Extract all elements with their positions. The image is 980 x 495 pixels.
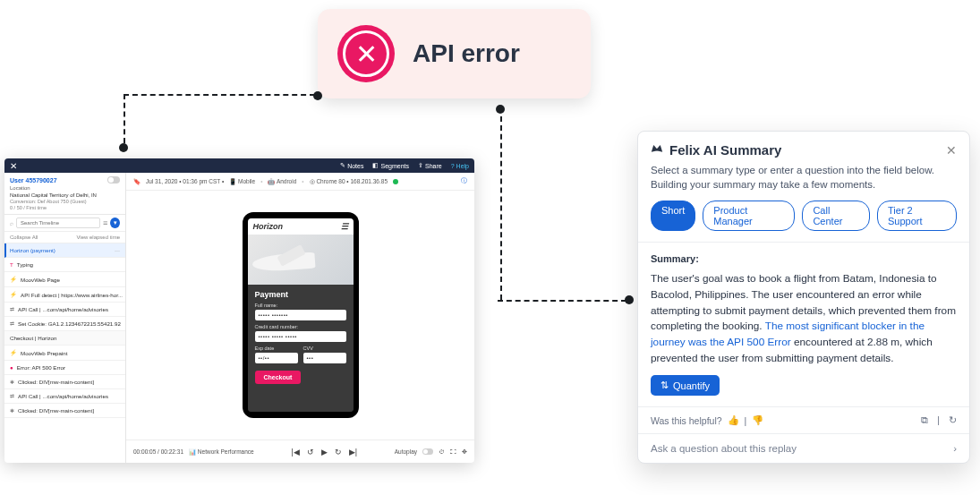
forward-icon[interactable]: ↻: [335, 448, 342, 457]
close-icon[interactable]: ✕: [946, 143, 957, 158]
exp-label: Exp date: [255, 346, 298, 351]
connector-line: [500, 107, 502, 300]
autoplay-label: Autoplay: [395, 448, 417, 455]
summary-label: Summary:: [651, 253, 957, 264]
info-icon[interactable]: ⓘ: [461, 177, 467, 185]
user-id[interactable]: User 455790027: [10, 177, 57, 183]
thumbs-down-icon[interactable]: 👎: [752, 414, 763, 426]
connector-line: [124, 94, 315, 96]
timeline-item[interactable]: ✱ Clicked: DIV[mw-main-content]: [4, 404, 125, 418]
felix-title: Felix AI Summary: [651, 142, 781, 158]
connector-line: [498, 300, 626, 302]
helpful-label: Was this helpful?: [651, 415, 722, 426]
filter-button[interactable]: ▾: [110, 218, 120, 228]
ask-placeholder: Ask a question about this replay: [651, 443, 797, 454]
conversion-label: Conversion: Def About 750 (Guest): [10, 199, 120, 204]
search-input[interactable]: [16, 218, 100, 228]
quantify-icon: ⇅: [660, 380, 669, 391]
brand-name: Horizon: [253, 222, 284, 231]
fullscreen-icon[interactable]: ⛶: [450, 448, 456, 455]
session-meta: 🔖 Jul 31, 2020 • 01:36 pm CST • 📱 Mobile…: [126, 173, 474, 191]
collapse-all[interactable]: Collapse All: [10, 235, 38, 240]
location-value: National Capital Territory of Delhi, IN: [10, 192, 120, 198]
skip-back-icon[interactable]: |◀: [291, 448, 299, 457]
api-error-badge: ✕ API error: [318, 9, 591, 98]
connector-dot: [119, 143, 128, 152]
bookmark-icon[interactable]: 🔖: [133, 178, 141, 185]
search-icon: ⌕: [10, 220, 13, 226]
timeline-item[interactable]: ⚡ API Full detect | https://www.airlines…: [4, 287, 125, 303]
network-tab[interactable]: 📊 Network Performance: [189, 448, 254, 456]
exp-field[interactable]: ••/••: [255, 353, 298, 363]
phone-mockup: Horizon ☰ Payment Full name: ••••• •••••…: [243, 212, 359, 418]
felix-chips: Short Product Manager Call Center Tier 2…: [638, 201, 969, 243]
timeline-item[interactable]: ⇄ API Call | ...com/api/home/advisories: [4, 389, 125, 404]
conversion-value: 0 / 50 / First time: [10, 205, 120, 210]
felix-icon: [651, 145, 663, 156]
refresh-icon[interactable]: ↻: [949, 414, 957, 426]
timeline-item[interactable]: ● Error: API 500 Error: [4, 361, 125, 375]
payment-title: Payment: [255, 290, 346, 299]
summary-text: The user's goal was to book a flight fro…: [651, 271, 957, 366]
chip-callcenter[interactable]: Call Center: [802, 201, 870, 231]
thumbs-up-icon[interactable]: 👍: [728, 414, 739, 426]
connector-dot: [625, 295, 634, 304]
cvv-field[interactable]: •••: [303, 353, 346, 363]
view-elapsed[interactable]: View elapsed time: [76, 235, 120, 240]
felix-instructions: Select a summary type or enter a questio…: [638, 163, 969, 201]
settings-icon[interactable]: ≡: [103, 218, 107, 227]
timeline-item[interactable]: ⇄ API Call | ...com/api/home/advisories: [4, 303, 125, 317]
help-button[interactable]: ? Help: [451, 162, 469, 169]
playback-time: 00:00:05 / 00:22:31: [133, 448, 183, 455]
notes-button[interactable]: ✎ Notes: [340, 162, 363, 169]
user-info: User 455790027 Location National Capital…: [4, 173, 125, 215]
connector-line: [124, 94, 125, 143]
chevron-right-icon: ›: [953, 443, 957, 454]
copy-icon[interactable]: ⧉: [921, 414, 928, 426]
skip-forward-icon[interactable]: ▶|: [349, 448, 357, 457]
timeline-item[interactable]: ⚡ MoovWeb Prepaint: [4, 346, 125, 361]
more-icon[interactable]: ✥: [462, 448, 467, 456]
timeline-item[interactable]: Checkout | Horizon: [4, 331, 125, 346]
app-header: Horizon ☰: [248, 218, 354, 235]
cvv-label: CVV: [303, 346, 346, 351]
replay-topbar: ✕ ✎ Notes ◧ Segments ⇪ Share ? Help: [4, 158, 474, 173]
timeline: Horizon (payment)⋯ T Typing ⚡ MoovWeb Pa…: [4, 243, 125, 463]
replay-sidebar: User 455790027 Location National Capital…: [4, 173, 126, 463]
speed-control[interactable]: ⏱: [439, 448, 445, 455]
segments-button[interactable]: ◧ Segments: [372, 162, 409, 169]
checkout-button[interactable]: Checkout: [255, 371, 302, 384]
chip-short[interactable]: Short: [651, 201, 695, 231]
share-button[interactable]: ⇪ Share: [418, 162, 442, 169]
timeline-item[interactable]: ⚡ MoovWeb Page: [4, 272, 125, 287]
timeline-item[interactable]: T Typing: [4, 258, 125, 272]
timeline-item[interactable]: ✱ Clicked: DIV[mw-main-content]: [4, 375, 125, 389]
hero-image: [248, 235, 354, 285]
player-bar: 00:00:05 / 00:22:31 📊 Network Performanc…: [126, 440, 474, 463]
full-name-field[interactable]: ••••• •••••••: [255, 310, 346, 320]
autoplay-toggle[interactable]: [422, 448, 433, 455]
status-dot: [393, 179, 398, 184]
timeline-item[interactable]: ⇄ Set Cookie: GA1.2.1234672215.55421.92: [4, 317, 125, 331]
session-replay-window: ✕ ✎ Notes ◧ Segments ⇪ Share ? Help User…: [4, 158, 474, 463]
hamburger-icon[interactable]: ☰: [341, 222, 348, 231]
timeline-item[interactable]: Horizon (payment)⋯: [4, 243, 125, 258]
location-label: Location: [10, 185, 120, 191]
full-name-label: Full name:: [255, 303, 346, 308]
play-icon[interactable]: ▶: [321, 448, 328, 457]
error-circle-icon: ✕: [337, 25, 395, 82]
felix-ask[interactable]: Ask a question about this replay ›: [638, 433, 969, 463]
sidebar-toggle[interactable]: [107, 176, 120, 183]
rewind-icon[interactable]: ↺: [307, 448, 314, 457]
close-icon[interactable]: ✕: [10, 161, 17, 171]
card-label: Credit card number:: [255, 324, 346, 329]
chip-pm[interactable]: Product Manager: [703, 201, 795, 231]
felix-panel: Felix AI Summary ✕ Select a summary type…: [637, 131, 970, 464]
card-field[interactable]: ••••• ••••• •••••: [255, 331, 346, 342]
quantify-button[interactable]: ⇅ Quantify: [651, 375, 720, 396]
connector-dot: [313, 91, 322, 100]
chip-tier2[interactable]: Tier 2 Support: [877, 201, 957, 231]
api-error-label: API error: [413, 39, 520, 68]
